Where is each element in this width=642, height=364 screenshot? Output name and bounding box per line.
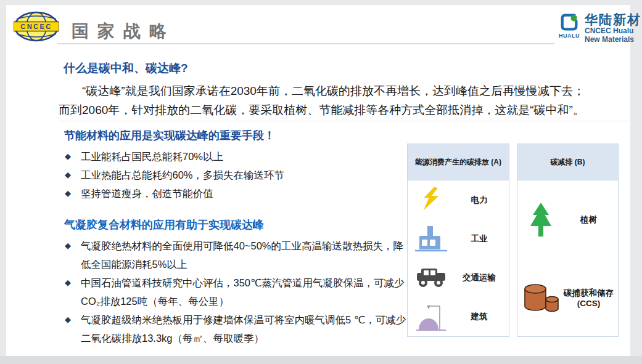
section1-bullet-list: ◆ 工业能耗占国民总能耗70%以上 ◆ 工业热能占总能耗约60%，多损失在输送环… [64,147,409,203]
bullet-text: 工业能耗占国民总能耗70%以上 [81,151,223,162]
panel-b-body: 植树 碳捕获和储存 (CCS) [517,180,618,337]
diamond-bullet-icon: ◆ [65,273,71,292]
panel-a-body: 电力 工业 [408,180,509,336]
bullet-text: 工业热能占总能耗约60%，多损失在输送环节 [81,169,284,180]
list-item: ◆ 工业热能占总能耗约60%，多损失在输送环节 [64,166,409,184]
cncec-globe-logo: CNCEC [14,11,59,42]
barrels-icon [517,283,564,313]
diamond-bullet-icon: ◆ [65,166,71,184]
panel-item-label: 建筑 [450,311,509,322]
panel-item-label-line1: 碳捕获和储存 [564,288,614,297]
diamond-bullet-icon: ◆ [65,237,71,255]
page-title: 国家战略 [72,20,175,43]
list-item: ◆ 气凝胶超级纳米绝热板用于修建墙体保温可将室内暖气调低5 ℃，可减少二氧化碳排… [64,310,413,347]
list-item: 工业 [408,219,509,258]
car-icon [408,267,455,288]
list-item: 建筑 [408,297,509,336]
header-divider [57,43,554,44]
bullet-text: 气凝胶绝热材料的全面使用可降低40~50%的工业高温输送散热损失，降低全国能源消… [81,240,403,270]
section-divider [59,121,630,121]
hualu-brand-text: 华陆新材 CNCEC Hualu New Materials [585,12,641,44]
list-item: 电力 [408,180,509,219]
diamond-bullet-icon: ◆ [65,184,71,203]
panel-b-title: 碳减排 (B) [517,144,618,180]
intro-heading: 什么是碳中和、碳达峰? [64,60,188,76]
window-bottom-strip [0,356,642,364]
diamond-bullet-icon: ◆ [65,147,71,166]
brand-name-cn: 华陆新材 [585,12,641,26]
intro-paragraph: “碳达峰”就是我们国家承诺在2030年前，二氧化碳的排放不再增长，达到峰值之后再… [59,81,630,119]
cncec-logo-text: CNCEC [20,23,52,30]
diamond-bullet-icon: ◆ [65,310,71,329]
panel-item-label: 植树 [559,214,618,225]
hualu-mark-word: HUALU [559,33,580,39]
panel-item-label-line2: (CCS) [577,299,601,308]
intro-line-1: “碳达峰”就是我们国家承诺在2030年前，二氧化碳的排放不再增长，达到峰值之后再… [59,81,630,100]
list-item: 植树 [517,180,618,259]
bullet-text: 气凝胶超级纳米绝热板用于修建墙体保温可将室内暖气调低5 ℃，可减少二氧化碳排放1… [81,314,406,344]
list-item: 交通运输 [408,258,509,297]
panel-item-label: 电力 [450,195,509,205]
factory-icon [408,225,455,253]
hualu-mark: HUALU [557,12,582,39]
dome-building-icon [408,300,455,333]
list-item: ◆ 坚持管道瘦身，创造节能价值 [64,184,409,203]
panel-item-label: 交通运输 [450,272,509,283]
section1-heading: 节能材料的应用是实现碳达峰的重要手段！ [64,128,275,143]
list-item: ◆ 气凝胶绝热材料的全面使用可降低40~50%的工业高温输送散热损失，降低全国能… [64,237,413,273]
panel-item-label: 碳捕获和储存 (CCS) [559,288,618,309]
hualu-mark-icon [559,12,580,32]
brand-name-en2: New Materials [585,35,641,44]
intro-line-2: 而到2060年，针对排放的二氧化碳，要采取植树、节能减排等各种方式全部抵消掉，这… [59,100,630,119]
hualu-brand-logo: HUALU 华陆新材 CNCEC Hualu New Materials [557,12,641,44]
panel-a-title: 能源消费产生的碳排放 (A) [408,144,509,180]
bullet-text: 坚持管道瘦身，创造节能价值 [81,188,213,199]
section2-heading: 气凝胶复合材料的应用有助于实现碳达峰 [64,217,264,232]
list-item: 碳捕获和储存 (CCS) [517,259,618,337]
section2-bullet-list: ◆ 气凝胶绝热材料的全面使用可降低40~50%的工业高温输送散热损失，降低全国能… [64,237,413,347]
bullet-text: 中国石油管道科技研究中心评估，350℃蒸汽管道用气凝胶保温，可减少CO₂排放12… [81,277,405,307]
slide: CNCEC 国家战略 HUALU 华陆新材 CNCEC Hualu New Ma… [6,5,630,356]
panel-item-label: 工业 [450,233,509,244]
lightning-icon [408,187,455,214]
panel-carbon-reduction: 碳减排 (B) 植树 [517,144,619,337]
panel-carbon-emission: 能源消费产生的碳排放 (A) 电力 [407,144,509,337]
list-item: ◆ 中国石油管道科技研究中心评估，350℃蒸汽管道用气凝胶保温，可减少CO₂排放… [64,273,413,310]
tree-icon [517,203,564,237]
list-item: ◆ 工业能耗占国民总能耗70%以上 [64,147,409,166]
brand-name-en1: CNCEC Hualu [585,26,641,35]
